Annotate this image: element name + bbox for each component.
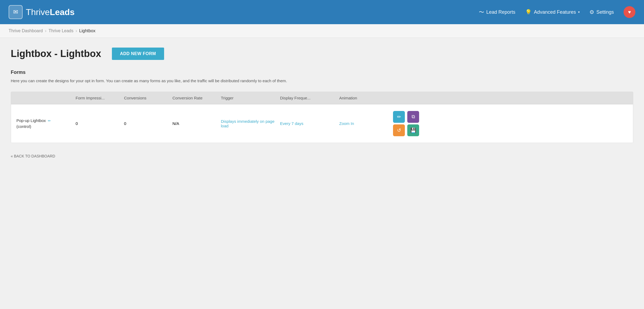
nav-settings[interactable]: ⚙ Settings (589, 9, 614, 15)
nav-settings-label: Settings (596, 9, 614, 15)
duplicate-form-button[interactable]: ⧉ (407, 111, 419, 123)
form-name-cell: Pop-up Lightbox ✏ (control) (16, 118, 76, 129)
page-header: Lightbox - Lightbox ADD NEW FORM (11, 48, 633, 60)
action-buttons: ✏ ⧉ ↺ 💾 (393, 111, 420, 136)
forms-section-desc: Here you can create the designs for your… (11, 78, 633, 84)
col-display-frequency: Display Freque... (280, 96, 339, 100)
forms-table: Form Impressi... Conversions Conversion … (11, 92, 633, 143)
col-trigger: Trigger (221, 96, 280, 100)
nav-advanced-features-label: Advanced Features (534, 9, 576, 15)
page-title: Lightbox - Lightbox (11, 48, 101, 59)
col-conversion-rate: Conversion Rate (172, 96, 221, 100)
table-header-row: Form Impressi... Conversions Conversion … (11, 92, 633, 104)
conversion-rate-cell: N/A (172, 121, 221, 126)
gear-icon: ⚙ (589, 9, 594, 15)
main-nav: 〜 Lead Reports 💡 Advanced Features ▾ ⚙ S… (479, 6, 635, 18)
nav-lead-reports-label: Lead Reports (486, 9, 515, 15)
user-avatar[interactable]: ♥ (624, 6, 635, 18)
breadcrumb-current: Lightbox (79, 28, 95, 33)
edit-name-icon[interactable]: ✏ (48, 118, 51, 123)
lead-reports-icon: 〜 (479, 9, 484, 16)
save-form-button[interactable]: 💾 (407, 124, 419, 136)
logo-icon: ✉ (9, 5, 23, 19)
col-conversions: Conversions (124, 96, 172, 100)
logo-thrive: Thrive (26, 7, 50, 17)
table-row: Pop-up Lightbox ✏ (control) 0 0 N/A Disp… (11, 104, 633, 143)
reset-form-button[interactable]: ↺ (393, 124, 405, 136)
main-content: Lightbox - Lightbox ADD NEW FORM Forms H… (0, 38, 644, 308)
breadcrumb-sep-2: › (76, 28, 77, 33)
edit-form-button[interactable]: ✏ (393, 111, 405, 123)
breadcrumb: Thrive Dashboard › Thrive Leads › Lightb… (0, 24, 644, 38)
impressions-cell: 0 (76, 121, 124, 126)
conversions-cell: 0 (124, 121, 172, 126)
forms-section-title: Forms (11, 70, 633, 75)
col-form-name (16, 96, 76, 100)
animation-cell[interactable]: Zoom In (339, 121, 393, 126)
nav-advanced-features[interactable]: 💡 Advanced Features ▾ (525, 9, 580, 15)
col-animation: Animation (339, 96, 393, 100)
nav-lead-reports[interactable]: 〜 Lead Reports (479, 9, 515, 16)
breadcrumb-thrive-leads[interactable]: Thrive Leads (49, 28, 74, 33)
add-new-form-button[interactable]: ADD NEW FORM (112, 48, 164, 60)
logo-text: ThriveLeads (26, 7, 75, 17)
trigger-cell[interactable]: Displays immediately on page load (221, 119, 280, 128)
col-actions (393, 96, 628, 100)
display-frequency-cell[interactable]: Every 7 days (280, 121, 339, 126)
breadcrumb-thrive-dashboard[interactable]: Thrive Dashboard (9, 28, 43, 33)
control-label: (control) (16, 124, 31, 129)
form-name-text: Pop-up Lightbox (16, 118, 46, 123)
chevron-down-icon: ▾ (578, 10, 580, 14)
app-header: ✉ ThriveLeads 〜 Lead Reports 💡 Advanced … (0, 0, 644, 24)
logo: ✉ ThriveLeads (9, 5, 75, 19)
logo-leads: Leads (50, 7, 75, 17)
breadcrumb-sep-1: › (45, 28, 46, 33)
lightbulb-icon: 💡 (525, 9, 532, 15)
col-impressions: Form Impressi... (76, 96, 124, 100)
back-to-dashboard-link[interactable]: « BACK TO DASHBOARD (11, 154, 55, 158)
